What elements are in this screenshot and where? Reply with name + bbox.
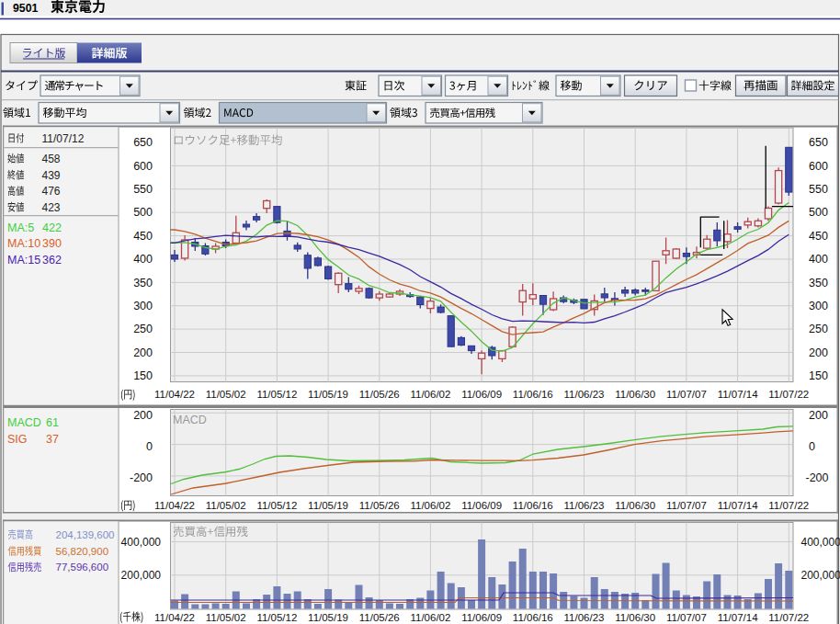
svg-text:11/06/30: 11/06/30 <box>615 612 655 623</box>
svg-text:77,596,600: 77,596,600 <box>56 562 109 573</box>
svg-text:SIG: SIG <box>7 433 28 446</box>
svg-text:MA:5: MA:5 <box>7 221 34 234</box>
svg-text:11/06/02: 11/06/02 <box>410 612 450 623</box>
svg-text:11/06/09: 11/06/09 <box>461 500 502 511</box>
svg-text:11/07/14: 11/07/14 <box>718 500 759 511</box>
svg-text:476: 476 <box>42 185 61 198</box>
svg-text:650: 650 <box>809 136 828 149</box>
svg-text:11/05/02: 11/05/02 <box>206 612 246 623</box>
svg-text:11/06/02: 11/06/02 <box>410 500 450 511</box>
svg-text:11/06/23: 11/06/23 <box>564 500 605 511</box>
svg-text:400,000: 400,000 <box>801 536 840 549</box>
svg-text:350: 350 <box>133 277 153 289</box>
svg-text:200,000: 200,000 <box>121 569 162 582</box>
svg-text:9501: 9501 <box>13 2 39 15</box>
svg-text:11/05/02: 11/05/02 <box>206 500 246 511</box>
svg-text:11/07/12: 11/07/12 <box>42 132 85 145</box>
svg-text:MA:10: MA:10 <box>7 237 40 250</box>
svg-text:11/05/26: 11/05/26 <box>359 612 400 623</box>
svg-text:11/06/02: 11/06/02 <box>410 389 450 400</box>
svg-text:300: 300 <box>133 300 153 312</box>
svg-text:11/05/19: 11/05/19 <box>308 612 348 623</box>
svg-text:11/06/30: 11/06/30 <box>615 389 655 400</box>
svg-text:11/04/22: 11/04/22 <box>154 612 195 623</box>
svg-text:450: 450 <box>809 230 828 243</box>
svg-text:200: 200 <box>133 409 153 422</box>
svg-text:11/05/12: 11/05/12 <box>256 612 297 623</box>
svg-text:204,139,600: 204,139,600 <box>56 529 115 540</box>
svg-text:200,000: 200,000 <box>801 569 840 582</box>
svg-text:11/07/14: 11/07/14 <box>718 612 759 623</box>
svg-text:550: 550 <box>809 183 828 196</box>
svg-text:550: 550 <box>133 183 153 196</box>
svg-text:200: 200 <box>809 346 828 359</box>
svg-text:11/06/23: 11/06/23 <box>564 612 605 623</box>
svg-text:500: 500 <box>133 206 153 219</box>
svg-text:362: 362 <box>42 254 62 267</box>
svg-text:11/06/30: 11/06/30 <box>615 500 655 511</box>
svg-text:11/07/14: 11/07/14 <box>718 389 759 400</box>
svg-text:-200: -200 <box>806 471 829 484</box>
svg-text:250: 250 <box>809 323 828 335</box>
svg-text:423: 423 <box>42 201 61 214</box>
svg-text:150: 150 <box>809 369 828 382</box>
svg-text:11/07/07: 11/07/07 <box>666 612 707 623</box>
svg-text:11/04/22: 11/04/22 <box>154 500 195 511</box>
svg-text:11/07/07: 11/07/07 <box>666 389 707 400</box>
svg-text:200: 200 <box>809 409 828 422</box>
svg-text:MA:15: MA:15 <box>7 254 40 267</box>
svg-text:11/05/12: 11/05/12 <box>256 389 297 400</box>
svg-text:11/05/19: 11/05/19 <box>308 500 348 511</box>
svg-text:300: 300 <box>809 300 828 312</box>
svg-text:11/05/26: 11/05/26 <box>359 389 400 400</box>
svg-text:350: 350 <box>809 277 828 289</box>
svg-text:250: 250 <box>133 323 153 335</box>
svg-text:450: 450 <box>133 230 153 243</box>
svg-text:400,000: 400,000 <box>121 536 162 549</box>
svg-text:11/07/22: 11/07/22 <box>768 612 809 623</box>
svg-text:61: 61 <box>46 416 59 429</box>
svg-text:0: 0 <box>146 440 153 453</box>
svg-text:11/05/19: 11/05/19 <box>308 389 348 400</box>
svg-text:400: 400 <box>133 253 153 266</box>
svg-text:11/05/26: 11/05/26 <box>359 500 400 511</box>
svg-text:422: 422 <box>42 221 62 234</box>
svg-text:11/07/07: 11/07/07 <box>666 500 707 511</box>
svg-text:400: 400 <box>809 253 828 266</box>
svg-text:56,820,900: 56,820,900 <box>56 546 109 557</box>
svg-text:11/06/16: 11/06/16 <box>513 500 553 511</box>
svg-text:11/07/22: 11/07/22 <box>768 500 809 511</box>
svg-text:600: 600 <box>809 160 828 173</box>
svg-text:37: 37 <box>46 433 59 446</box>
svg-text:500: 500 <box>809 206 828 219</box>
svg-text:439: 439 <box>42 169 61 182</box>
svg-text:390: 390 <box>42 237 62 250</box>
svg-text:0: 0 <box>809 440 815 453</box>
svg-text:11/05/12: 11/05/12 <box>256 500 297 511</box>
svg-text:458: 458 <box>42 153 61 165</box>
svg-text:11/05/02: 11/05/02 <box>206 389 246 400</box>
svg-text:11/04/22: 11/04/22 <box>154 389 195 400</box>
svg-text:200: 200 <box>133 346 153 359</box>
svg-text:11/06/16: 11/06/16 <box>513 612 553 623</box>
svg-text:-200: -200 <box>130 471 153 484</box>
svg-text:11/07/22: 11/07/22 <box>768 389 809 400</box>
svg-text:11/06/09: 11/06/09 <box>461 612 502 623</box>
svg-text:650: 650 <box>133 136 153 149</box>
svg-text:600: 600 <box>133 160 153 173</box>
svg-text:MACD: MACD <box>7 416 41 429</box>
svg-text:11/06/23: 11/06/23 <box>564 389 605 400</box>
svg-text:MACD: MACD <box>173 414 207 426</box>
svg-text:11/06/16: 11/06/16 <box>513 389 553 400</box>
svg-text:11/06/09: 11/06/09 <box>461 389 502 400</box>
svg-text:150: 150 <box>133 369 153 382</box>
